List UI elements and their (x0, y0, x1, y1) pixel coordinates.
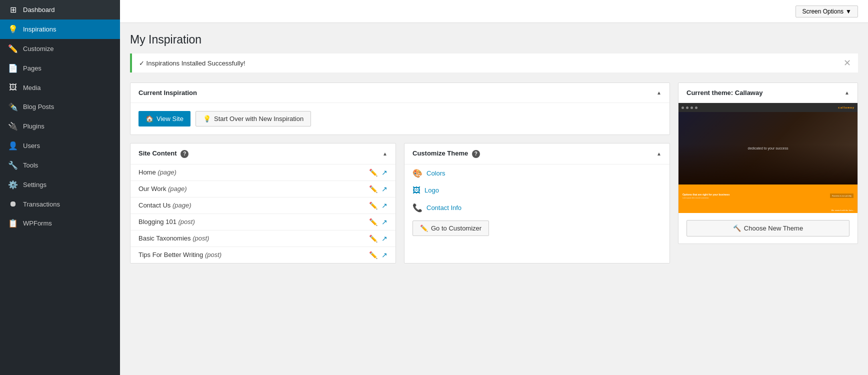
edit-icon[interactable]: ✏️ (369, 202, 378, 210)
content-item-actions: ✏️ ↗ (369, 251, 388, 259)
sidebar-nav: ⊞ Dashboard 💡 Inspirations ✏️ Customize … (0, 0, 120, 233)
start-over-label: Start Over with New Inspiration (214, 115, 304, 122)
inspiration-actions: 🏠 View Site 💡 Start Over with New Inspir… (138, 111, 662, 126)
sidebar-item-transactions[interactable]: ⏺ Transactions (0, 194, 120, 214)
site-content-list: Home (page) ✏️ ↗ Our Work (page) ✏️ ↗ Co… (130, 164, 396, 263)
start-over-button[interactable]: 💡 Start Over with New Inspiration (196, 111, 311, 126)
current-theme-collapse[interactable]: ▲ (844, 90, 850, 96)
sidebar-label-inspirations: Inspirations (23, 26, 56, 33)
customize-link-colors[interactable]: 🎨 Colors (404, 164, 670, 182)
customize-link-contact-info[interactable]: 📞 Contact Info (404, 199, 670, 216)
view-icon[interactable]: ↗ (382, 168, 388, 176)
site-content-collapse[interactable]: ▲ (382, 151, 388, 156)
preview-orange-bar: Options that are right for your business… (678, 184, 858, 207)
site-content-help-icon[interactable]: ? (180, 150, 188, 158)
customize-link-logo[interactable]: 🖼 Logo (404, 182, 670, 199)
sidebar-item-pages[interactable]: 📄 Pages (0, 58, 120, 78)
sidebar-label-transactions: Transactions (23, 200, 60, 208)
edit-icon[interactable]: ✏️ (369, 218, 378, 226)
edit-icon[interactable]: ✏️ (369, 234, 378, 242)
edit-icon[interactable]: ✏️ (369, 168, 378, 176)
customize-theme-help-icon[interactable]: ? (472, 150, 480, 158)
page-title: My Inspiration (130, 33, 858, 46)
current-inspiration-header: Current Inspiration ▲ (130, 83, 670, 103)
sidebar-item-users[interactable]: 👤 Users (0, 136, 120, 156)
sidebar-item-plugins[interactable]: 🔌 Plugins (0, 116, 120, 136)
sidebar-item-customize[interactable]: ✏️ Customize (0, 39, 120, 58)
preview-orange-subtext: Options that are right for your business (682, 193, 827, 196)
content-item-actions: ✏️ ↗ (369, 185, 388, 193)
sidebar-item-settings[interactable]: ⚙️ Settings (0, 175, 120, 194)
hammer-icon: 🔨 (733, 224, 741, 232)
view-site-label: View Site (156, 115, 184, 122)
view-icon[interactable]: ↗ (382, 185, 388, 193)
contact-info-label: Contact Info (426, 204, 462, 212)
content-item-actions: ✏️ ↗ (369, 202, 388, 210)
media-icon: 🖼 (8, 83, 18, 92)
content-item-actions: ✏️ ↗ (369, 234, 388, 242)
preview-top-bar: callaway (678, 103, 858, 112)
inspirations-icon: 💡 (8, 24, 18, 34)
preview-footer-text: We started with the furtu... (831, 209, 854, 212)
site-content-label: Site Content (138, 150, 177, 157)
sidebar-item-blog-posts[interactable]: ✒️ Blog Posts (0, 97, 120, 116)
content-list-item: Basic Taxonomies (post) ✏️ ↗ (130, 230, 396, 247)
preview-nav-dot-4 (695, 106, 698, 109)
dashboard-icon: ⊞ (8, 5, 18, 14)
transactions-icon: ⏺ (8, 200, 18, 208)
content-item-label: Basic Taxonomies (post) (138, 234, 369, 242)
main-content: Screen Options ▼ My Inspiration ✓ Inspir… (120, 0, 868, 375)
preview-hero: dedicated to your success (678, 112, 858, 184)
choose-theme-button[interactable]: 🔨 Choose New Theme (686, 220, 850, 236)
sidebar-label-users: Users (23, 142, 40, 150)
preview-nav-dot-2 (686, 106, 688, 109)
sidebar-label-dashboard: Dashboard (23, 6, 55, 14)
go-customizer-button[interactable]: ✏️ Go to Customizer (412, 220, 489, 236)
customize-theme-collapse[interactable]: ▲ (656, 151, 662, 156)
edit-icon[interactable]: ✏️ (369, 185, 378, 193)
customize-theme-title: Customize Theme ? (412, 150, 480, 158)
customize-theme-header: Customize Theme ? ▲ (404, 144, 670, 164)
view-icon[interactable]: ↗ (382, 234, 388, 242)
sidebar-item-tools[interactable]: 🔧 Tools (0, 156, 120, 175)
sidebar-item-dashboard[interactable]: ⊞ Dashboard (0, 0, 120, 20)
content-list-item: Tips For Better Writing (post) ✏️ ↗ (130, 247, 396, 263)
sidebar-item-wpforms[interactable]: 📋 WPForms (0, 214, 120, 233)
tools-icon: 🔧 (8, 160, 18, 170)
preview-hero-text: dedicated to your success (748, 146, 788, 150)
preview-orange-body: Lorem ipsum dolor sit amet consectetur (682, 197, 827, 199)
cards-row: Current Inspiration ▲ 🏠 View Site 💡 Star… (130, 82, 858, 264)
contact-info-icon: 📞 (412, 203, 422, 212)
view-icon[interactable]: ↗ (382, 251, 388, 259)
content-item-label: Our Work (page) (138, 185, 369, 192)
preview-hero-tagline: dedicated to your success (748, 146, 788, 150)
current-theme-card: Current theme: Callaway ▲ callaway (678, 82, 858, 244)
site-content-title: Site Content ? (138, 150, 188, 158)
notice-close-button[interactable]: ✕ (844, 58, 851, 68)
current-inspiration-title: Current Inspiration (138, 89, 197, 96)
content-item-label: Contact Us (page) (138, 202, 369, 209)
edit-icon[interactable]: ✏️ (369, 251, 378, 259)
current-theme-title: Current theme: Callaway (686, 89, 762, 96)
blog-posts-icon: ✒️ (8, 102, 18, 112)
sidebar-label-tools: Tools (23, 162, 38, 169)
notice-message: ✓ Inspirations Installed Successfully! (139, 60, 246, 67)
content-item-actions: ✏️ ↗ (369, 168, 388, 176)
screen-options-button[interactable]: Screen Options ▼ (796, 6, 858, 18)
view-site-button[interactable]: 🏠 View Site (138, 111, 190, 126)
sidebar-label-customize: Customize (23, 45, 54, 52)
sidebar-label-pages: Pages (23, 64, 42, 72)
sidebar-item-inspirations[interactable]: 💡 Inspirations (0, 20, 120, 39)
view-icon[interactable]: ↗ (382, 218, 388, 226)
pencil-icon: ✏️ (420, 224, 428, 232)
preview-nav-dot-3 (690, 106, 693, 109)
sidebar-item-media[interactable]: 🖼 Media (0, 78, 120, 97)
preview-orange-left-text: Options that are right for your business… (682, 193, 827, 199)
current-inspiration-collapse[interactable]: ▲ (656, 90, 662, 96)
current-inspiration-card: Current Inspiration ▲ 🏠 View Site 💡 Star… (130, 82, 670, 135)
content-list-item: Home (page) ✏️ ↗ (130, 164, 396, 181)
view-icon[interactable]: ↗ (382, 202, 388, 210)
preview-hero-mountain (678, 144, 858, 184)
sidebar-label-media: Media (23, 84, 40, 92)
content-list-item: Our Work (page) ✏️ ↗ (130, 181, 396, 198)
